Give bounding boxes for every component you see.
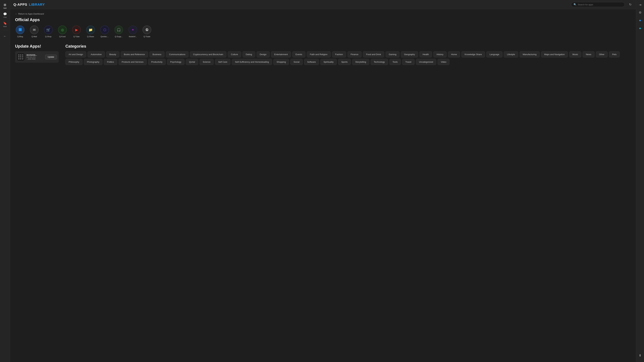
category-chip[interactable]: Spirituality [320, 59, 337, 65]
category-chip[interactable]: Fashion [332, 51, 346, 57]
app-q-share[interactable]: 📁 Q-Share [86, 25, 96, 37]
icon-dot [18, 58, 20, 59]
category-chip[interactable]: Food and Drink [363, 51, 384, 57]
category-chip[interactable]: History [433, 51, 446, 57]
category-chip[interactable]: Travel [402, 59, 414, 65]
category-chip[interactable]: Self-Sufficiency and Homesteading [232, 59, 272, 65]
user-blue-icon[interactable]: ● [638, 17, 642, 24]
category-chip[interactable]: Cryptocurrency and Blockchain [190, 51, 226, 57]
app-label-q-shop: Q-Shop [45, 35, 52, 37]
search-input[interactable] [578, 3, 622, 6]
app-qombo[interactable]: ⬡ Qombo:... [100, 25, 110, 37]
app-q-trade[interactable]: ① Q-Trade [142, 25, 152, 37]
sidebar-divider [2, 30, 8, 30]
categories-panel: Categories Art and DesignAutomotiveBeaut… [66, 44, 631, 65]
category-chip[interactable]: Self Care [215, 59, 230, 65]
category-chip[interactable]: Lifestyle [504, 51, 518, 57]
category-chip[interactable]: Tools [390, 59, 401, 65]
category-chip[interactable]: Health [420, 51, 432, 57]
app-nodeinf[interactable]: ✦ NodeInf... [128, 25, 138, 37]
search-bar[interactable]: 🔍 [571, 2, 625, 7]
lower-section: Update Apps! INVISION... [15, 44, 631, 65]
update-panel: Update Apps! INVISION... [15, 44, 59, 65]
update-title: Update Apps! [15, 44, 59, 49]
category-chip[interactable]: Books and Reference [121, 51, 148, 57]
app-q-supp[interactable]: 🎧 Q-Supp... [114, 25, 124, 37]
category-chip[interactable]: Social [290, 59, 302, 65]
category-chip[interactable]: Science [200, 59, 214, 65]
category-chip[interactable]: News [582, 51, 594, 57]
category-chip[interactable]: Knowledge Share [461, 51, 485, 57]
app-icon-qombo: ⬡ [100, 25, 109, 34]
category-chip[interactable]: Culture [228, 51, 241, 57]
category-chip[interactable]: Software [304, 59, 319, 65]
sidebar-item-apps[interactable]: ⊞ Apps [0, 2, 10, 10]
category-chip[interactable]: Qortal [186, 59, 198, 65]
category-chip[interactable]: Photography [84, 59, 103, 65]
app-q-shop[interactable]: 🛒 Q-Shop [43, 25, 53, 37]
category-chip[interactable]: Video [438, 59, 450, 65]
sidebar-back-button[interactable]: ← [0, 33, 10, 39]
settings-icon[interactable]: ⚙ [638, 9, 643, 16]
download-icon[interactable]: ⬇ [638, 352, 643, 359]
app-q-fund[interactable]: ◎ Q-Fund [57, 25, 68, 37]
main-content: Q-APPS LIBRARY 🔍 ↻ ← Return to Apps Dash… [10, 0, 636, 362]
app-q-blog[interactable]: 🅱 Q-Blog [15, 25, 25, 37]
back-link[interactable]: ← Return to Apps Dashboard [15, 12, 631, 15]
category-chip[interactable]: Faith and Religion [307, 51, 331, 57]
icon-dot [18, 56, 20, 57]
category-chip[interactable]: Entertainment [271, 51, 291, 57]
back-arrow-icon: ← [15, 12, 17, 15]
app-q-tube[interactable]: ▶ Q-Tube [72, 25, 82, 37]
category-chip[interactable]: Other [596, 51, 608, 57]
category-chip[interactable]: Uncategorized [416, 59, 436, 65]
sidebar-item-chat[interactable]: 💬 Chat [0, 11, 10, 19]
refresh-button[interactable]: ↻ [628, 2, 632, 7]
app-icon-q-supp: 🎧 [114, 25, 123, 34]
category-chip[interactable]: Productivity [148, 59, 166, 65]
icon-dot [22, 56, 23, 57]
category-chip[interactable]: Geography [401, 51, 418, 57]
category-chip[interactable]: Dating [242, 51, 255, 57]
category-chip[interactable]: Home [448, 51, 460, 57]
categories-title: Categories [66, 44, 631, 49]
login-icon[interactable]: ⇥ [638, 2, 643, 8]
app-icon-nodeinf: ✦ [128, 25, 137, 34]
category-chip[interactable]: Technology [371, 59, 388, 65]
category-chip[interactable]: Sports [338, 59, 351, 65]
category-chip[interactable]: Products and Services [118, 59, 147, 65]
category-chip[interactable]: Manufacturing [520, 51, 540, 57]
icon-dot [20, 58, 21, 59]
app-icon-q-blog: 🅱 [16, 25, 24, 34]
user-cyan-icon[interactable]: ● [638, 25, 642, 31]
sidebar-item-save[interactable]: 🔖 Save [0, 20, 10, 29]
category-chip[interactable]: Storytelling [352, 59, 369, 65]
category-chip[interactable]: Music [569, 51, 581, 57]
category-chip[interactable]: Philosophy [66, 59, 82, 65]
category-chip[interactable]: Automotive [88, 51, 105, 57]
update-card: INVISION... {DEVELOP} ...AND AWE Update [15, 51, 59, 63]
update-button[interactable]: Update [45, 55, 57, 59]
category-chip[interactable]: Beauty [106, 51, 119, 57]
category-chip[interactable]: Business [150, 51, 165, 57]
category-chip[interactable]: Maps and Navigation [541, 51, 568, 57]
category-chip[interactable]: Psychology [167, 59, 184, 65]
category-chip[interactable]: Gaming [386, 51, 400, 57]
category-chip[interactable]: Communications [166, 51, 188, 57]
category-chip[interactable]: Art and Design [66, 51, 86, 57]
app-label-q-trade: Q-Trade [144, 35, 150, 37]
content-area: ← Return to Apps Dashboard Official Apps… [10, 9, 636, 362]
category-chip[interactable]: Pets [609, 51, 620, 57]
app-label-q-supp: Q-Supp... [115, 35, 122, 37]
app-q-mail[interactable]: ✉ Q-Mail [29, 25, 39, 37]
category-chip[interactable]: Politics [104, 59, 117, 65]
category-chip[interactable]: Language [486, 51, 502, 57]
category-chip[interactable]: Design [256, 51, 270, 57]
category-chip[interactable]: Events [292, 51, 306, 57]
official-apps-title: Official Apps [15, 17, 631, 22]
icon-dot [20, 56, 21, 57]
category-chip[interactable]: Finance [348, 51, 362, 57]
category-chip[interactable]: Shopping [273, 59, 289, 65]
icon-dot [18, 54, 20, 56]
app-label-qombo: Qombo:... [100, 35, 109, 37]
